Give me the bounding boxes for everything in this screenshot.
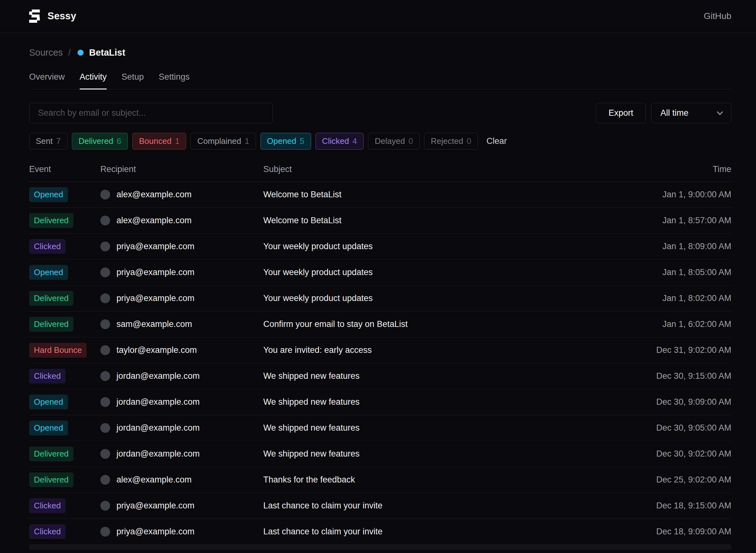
recipient-email: jordan@example.com xyxy=(117,449,200,459)
partial-row xyxy=(29,545,731,550)
event-time: Jan 1, 8:09:00 AM xyxy=(595,242,731,251)
event-cell: Delivered xyxy=(29,472,100,487)
table-row[interactable]: Deliveredalex@example.comWelcome to Beta… xyxy=(29,208,731,234)
filter-chip-delivered[interactable]: Delivered6 xyxy=(72,133,128,150)
table-row[interactable]: Hard Bouncetaylor@example.comYou are inv… xyxy=(29,337,731,363)
event-cell: Opened xyxy=(29,420,100,436)
chip-label: Delivered xyxy=(78,136,113,146)
email-subject: Last chance to claim your invite xyxy=(263,501,595,510)
event-time: Jan 1, 9:00:00 AM xyxy=(595,190,731,200)
avatar xyxy=(100,294,110,303)
breadcrumb-separator: / xyxy=(68,48,71,58)
header-recipient: Recipient xyxy=(100,164,263,174)
brand: Sessy xyxy=(29,9,76,23)
table-row[interactable]: Openedpriya@example.comYour weekly produ… xyxy=(29,259,731,286)
event-badge: Clicked xyxy=(29,524,66,539)
breadcrumb: Sources / BetaList xyxy=(29,48,731,58)
email-subject: Welcome to BetaList xyxy=(263,190,595,200)
event-badge: Clicked xyxy=(29,498,66,513)
recipient-cell: alex@example.com xyxy=(100,216,263,225)
chip-count: 1 xyxy=(245,136,249,146)
chip-count: 1 xyxy=(175,136,180,146)
chip-label: Clicked xyxy=(322,136,349,146)
recipient-email: alex@example.com xyxy=(117,475,192,485)
event-cell: Delivered xyxy=(29,317,100,332)
table-row[interactable]: Clickedpriya@example.comYour weekly prod… xyxy=(29,234,731,259)
tab-activity[interactable]: Activity xyxy=(80,72,107,89)
event-time: Jan 1, 8:02:00 AM xyxy=(595,294,731,303)
brand-name: Sessy xyxy=(48,10,76,22)
filter-chip-complained[interactable]: Complained1 xyxy=(191,133,256,150)
source-status-dot xyxy=(77,50,83,56)
avatar xyxy=(100,475,110,485)
chip-label: Complained xyxy=(197,136,241,146)
chevron-down-icon xyxy=(717,109,723,115)
table-row[interactable]: Openedjordan@example.comWe shipped new f… xyxy=(29,415,731,441)
event-time: Dec 31, 9:02:00 AM xyxy=(595,345,731,355)
table-row[interactable]: Openedjordan@example.comWe shipped new f… xyxy=(29,389,731,415)
tab-overview[interactable]: Overview xyxy=(29,72,65,89)
event-badge: Opened xyxy=(29,395,68,409)
table-row[interactable]: Openedalex@example.comWelcome to BetaLis… xyxy=(29,182,731,208)
event-time: Jan 1, 6:02:00 AM xyxy=(595,319,731,329)
table-row[interactable]: Deliveredjordan@example.comWe shipped ne… xyxy=(29,441,731,467)
table-row[interactable]: Clickedjordan@example.comWe shipped new … xyxy=(29,363,731,389)
email-subject: Your weekly product updates xyxy=(263,242,595,251)
recipient-email: priya@example.com xyxy=(117,267,195,277)
recipient-cell: alex@example.com xyxy=(100,190,263,200)
avatar xyxy=(100,423,110,433)
table-row[interactable]: Deliveredalex@example.comThanks for the … xyxy=(29,467,731,493)
tab-settings[interactable]: Settings xyxy=(159,72,190,89)
event-cell: Opened xyxy=(29,187,100,202)
recipient-cell: jordan@example.com xyxy=(100,397,263,407)
event-time: Dec 30, 9:02:00 AM xyxy=(595,449,731,459)
avatar xyxy=(100,527,110,537)
tab-setup[interactable]: Setup xyxy=(122,72,144,89)
recipient-cell: priya@example.com xyxy=(100,267,263,277)
chip-count: 4 xyxy=(352,136,357,146)
event-cell: Hard Bounce xyxy=(29,343,100,358)
event-badge: Delivered xyxy=(29,317,73,332)
filter-chip-bounced[interactable]: Bounced1 xyxy=(132,133,186,150)
table-row[interactable]: Clickedpriya@example.comLast chance to c… xyxy=(29,493,731,519)
table-row[interactable]: Clickedpriya@example.comLast chance to c… xyxy=(29,519,731,545)
chip-label: Delayed xyxy=(375,136,405,146)
avatar xyxy=(100,397,110,407)
filter-chip-clicked[interactable]: Clicked4 xyxy=(316,133,364,150)
table-row[interactable]: Deliveredpriya@example.comYour weekly pr… xyxy=(29,286,731,311)
clear-filters-button[interactable]: Clear xyxy=(486,136,507,146)
event-badge: Opened xyxy=(29,187,68,202)
event-badge: Delivered xyxy=(29,472,73,487)
chip-label: Bounced xyxy=(139,136,171,146)
events-table: Openedalex@example.comWelcome to BetaLis… xyxy=(29,182,731,545)
breadcrumb-sources-link[interactable]: Sources xyxy=(29,48,63,58)
recipient-cell: jordan@example.com xyxy=(100,423,263,433)
event-badge: Clicked xyxy=(29,239,66,254)
github-link[interactable]: GitHub xyxy=(704,11,731,21)
event-time: Dec 18, 9:15:00 AM xyxy=(595,501,731,510)
header-event: Event xyxy=(29,164,100,174)
sessy-logo-icon xyxy=(29,9,40,23)
topbar: Sessy GitHub xyxy=(0,0,756,32)
event-cell: Clicked xyxy=(29,524,100,539)
email-subject: We shipped new features xyxy=(263,423,595,433)
table-row[interactable]: Deliveredsam@example.comConfirm your ema… xyxy=(29,311,731,337)
filter-chip-sent[interactable]: Sent7 xyxy=(29,133,67,150)
filter-chip-rejected[interactable]: Rejected0 xyxy=(424,133,478,150)
event-time: Dec 18, 9:09:00 AM xyxy=(595,527,731,537)
recipient-cell: jordan@example.com xyxy=(100,371,263,381)
email-subject: Welcome to BetaList xyxy=(263,216,595,225)
time-range-select[interactable]: All time xyxy=(651,103,731,123)
recipient-email: priya@example.com xyxy=(117,294,195,303)
chip-count: 6 xyxy=(117,136,121,146)
export-button[interactable]: Export xyxy=(596,103,646,123)
event-badge: Opened xyxy=(29,420,68,436)
event-badge: Opened xyxy=(29,265,68,280)
event-badge: Delivered xyxy=(29,447,73,461)
event-time: Jan 1, 8:05:00 AM xyxy=(595,267,731,277)
filter-chip-delayed[interactable]: Delayed0 xyxy=(368,133,420,150)
search-input[interactable] xyxy=(29,103,273,123)
event-time: Jan 1, 8:57:00 AM xyxy=(595,216,731,225)
email-subject: Thanks for the feedback xyxy=(263,475,595,485)
filter-chip-opened[interactable]: Opened5 xyxy=(261,133,311,150)
